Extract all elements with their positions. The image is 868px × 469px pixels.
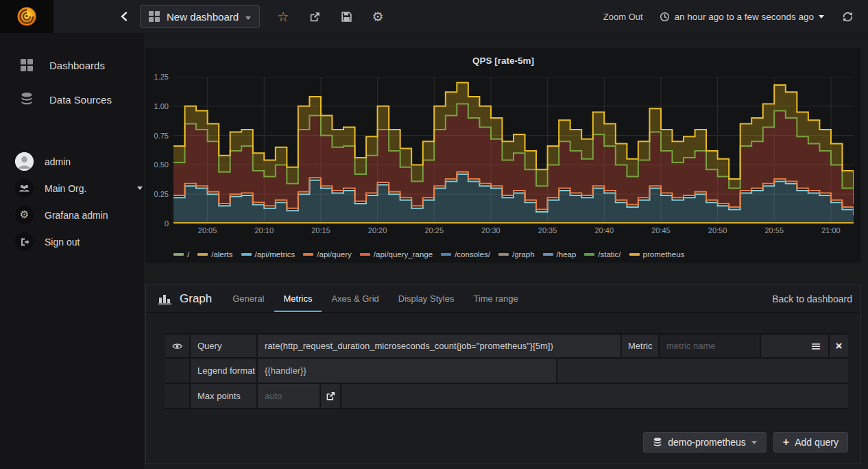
chevron-down-icon <box>751 441 757 444</box>
legend-label: /heap <box>557 250 577 258</box>
x-tick-label: 20:05 <box>198 226 217 234</box>
tab-general[interactable]: General <box>223 285 274 312</box>
y-tick-label: 0.75 <box>154 132 169 140</box>
max-points-input[interactable] <box>258 384 320 408</box>
y-tick-label: 1.00 <box>154 102 169 110</box>
max-points-row-spacer <box>165 384 191 408</box>
refresh-button[interactable] <box>841 10 854 23</box>
max-points-row-filler <box>341 384 848 408</box>
grafana-logo[interactable] <box>0 0 53 33</box>
query-actions-cell: ≡ <box>761 335 830 357</box>
back-to-dashboard-link[interactable]: Back to dashboard <box>772 293 860 304</box>
share-button[interactable] <box>308 10 322 23</box>
legend-item[interactable]: /api/metrics <box>241 250 296 258</box>
editor-header: Graph GeneralMetricsAxes & GridDisplay S… <box>146 285 860 313</box>
sidebar-item-label: Data Sources <box>49 94 112 106</box>
sidebar-item-dashboards[interactable]: Dashboards <box>0 48 144 82</box>
legend-label: /api/query_range <box>374 250 433 258</box>
close-icon[interactable]: × <box>836 340 843 352</box>
sidebar-item-org[interactable]: Main Org. <box>0 175 144 202</box>
tab-metrics[interactable]: Metrics <box>274 285 322 312</box>
legend-item[interactable]: /alerts <box>197 250 232 258</box>
grafana-admin-label: Grafana admin <box>45 210 108 221</box>
query-label: Query <box>191 335 258 357</box>
metric-name-input[interactable] <box>660 335 760 357</box>
x-tick-label: 20:45 <box>651 226 671 234</box>
legend-label: /alerts <box>211 250 232 258</box>
datasource-picker-button[interactable]: demo-prometheus <box>643 432 767 453</box>
legend-item[interactable]: /heap <box>543 250 577 258</box>
chevron-down-icon <box>245 16 251 20</box>
x-tick-label: 20:55 <box>765 226 784 234</box>
add-query-label: Add query <box>795 437 839 448</box>
time-range-picker[interactable]: an hour ago to a few seconds ago <box>660 12 824 22</box>
x-tick-label: 20:10 <box>255 226 274 234</box>
refresh-icon <box>842 11 854 23</box>
chevron-down-icon <box>819 15 824 19</box>
tab-time-range[interactable]: Time range <box>463 285 527 312</box>
dashboard-content: QPS [rate-5m] 00.250.500.751.001.25 20:0… <box>144 33 868 469</box>
x-tick-label: 20:50 <box>708 226 727 234</box>
legend-item[interactable]: /api/query_range <box>360 250 433 258</box>
editor-panel-type-label: Graph <box>180 292 212 306</box>
legend-item[interactable]: / <box>173 250 189 258</box>
legend-item[interactable]: /consoles/ <box>441 250 490 258</box>
toggle-query-visibility-button[interactable] <box>165 335 191 357</box>
metric-input-cell <box>660 335 761 357</box>
tab-display-styles[interactable]: Display Styles <box>389 285 464 312</box>
panel-title[interactable]: QPS [rate-5m] <box>145 56 861 66</box>
gear-icon: ⚙ <box>372 10 384 23</box>
y-axis-labels: 00.250.500.751.001.25 <box>145 77 169 224</box>
max-points-input-cell <box>258 384 321 408</box>
legend-label: /static/ <box>598 250 620 258</box>
legend-item[interactable]: /api/query <box>303 250 352 258</box>
navbar: New dashboard ☆ ⚙ Zoom Out an hou <box>0 0 868 33</box>
query-menu-icon[interactable]: ≡ <box>810 339 821 352</box>
admin-gear-icon: ⚙ <box>15 206 34 224</box>
sidebar-item-data-sources[interactable]: Data Sources <box>0 82 144 117</box>
sign-out-label: Sign out <box>45 237 80 248</box>
legend-swatch <box>241 253 252 256</box>
database-icon <box>19 92 34 107</box>
legend-row-spacer <box>165 359 191 383</box>
x-tick-label: 21:00 <box>821 226 841 234</box>
legend-row-filler <box>557 359 849 383</box>
save-button[interactable] <box>339 10 353 23</box>
sidebar-item-grafana-admin[interactable]: ⚙ Grafana admin <box>0 202 144 228</box>
dashboard-picker-button[interactable]: New dashboard <box>140 5 260 28</box>
collapse-sidebar-icon[interactable] <box>119 10 133 23</box>
star-button[interactable]: ☆ <box>276 10 290 23</box>
legend-label: /consoles/ <box>455 250 490 258</box>
legend-swatch <box>441 253 451 256</box>
legend-item[interactable]: /static/ <box>584 250 620 258</box>
dashboard-title: New dashboard <box>167 11 239 23</box>
legend-label: /api/query <box>317 250 352 258</box>
legend-swatch <box>498 253 509 256</box>
zoom-out-button[interactable]: Zoom Out <box>603 12 643 22</box>
sidebar-item-sign-out[interactable]: Sign out <box>0 228 144 255</box>
avatar <box>15 152 34 171</box>
add-query-button[interactable]: + Add query <box>773 432 848 453</box>
sidebar-item-profile[interactable]: admin <box>0 148 144 175</box>
save-icon <box>341 11 352 23</box>
legend-swatch <box>360 253 370 256</box>
settings-button[interactable]: ⚙ <box>371 10 385 23</box>
x-tick-label: 20:20 <box>368 226 387 234</box>
chart-plot-area[interactable] <box>173 77 854 224</box>
editor-panel-type: Graph <box>158 285 212 312</box>
query-expression-input[interactable]: rate(http_request_duration_microseconds_… <box>258 335 622 357</box>
shift-query-button[interactable] <box>321 384 341 408</box>
y-tick-label: 0.25 <box>154 190 169 198</box>
legend-format-input[interactable]: {{handler}} <box>258 359 557 383</box>
x-tick-label: 20:30 <box>481 226 501 234</box>
bar-chart-icon <box>158 293 171 304</box>
share-icon <box>309 11 321 23</box>
legend-label: prometheus <box>643 250 685 258</box>
sidebar-item-label: Dashboards <box>49 60 105 71</box>
external-link-icon <box>326 391 336 401</box>
legend-item[interactable]: prometheus <box>629 250 685 258</box>
editor-buttons: demo-prometheus + Add query <box>165 432 848 453</box>
legend-label: /api/metrics <box>255 250 296 258</box>
legend-item[interactable]: /graph <box>498 250 535 258</box>
tab-axes-grid[interactable]: Axes & Grid <box>322 285 388 312</box>
